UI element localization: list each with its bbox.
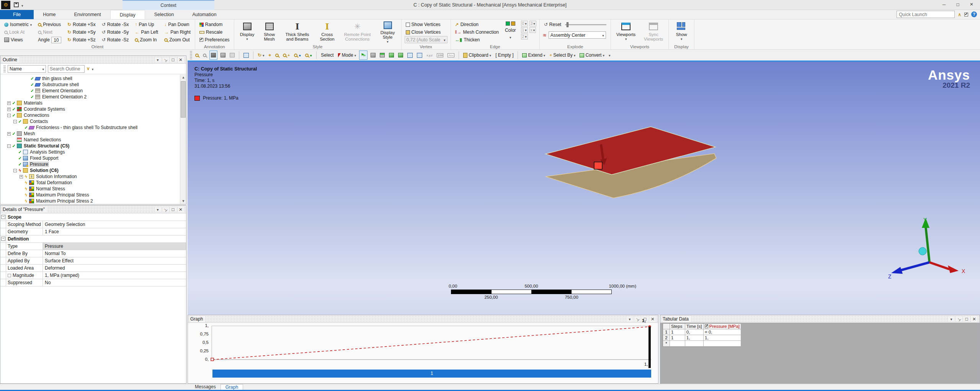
edge-filter-button[interactable] bbox=[379, 51, 386, 60]
tabular-panel-header[interactable]: Tabular Data bbox=[660, 315, 980, 323]
vertex-scale-combo[interactable]: 0,72 (Auto Scale bbox=[405, 36, 448, 43]
scroll-thumb[interactable] bbox=[181, 81, 186, 118]
filter-type-combo[interactable]: Name bbox=[8, 65, 46, 73]
edge-combo-3[interactable]: 3 bbox=[529, 21, 536, 26]
tree-item[interactable]: Maximum Principal Stress 2 bbox=[0, 198, 180, 204]
details-row[interactable]: Magnitude 1, MPa (ramped) bbox=[0, 272, 186, 279]
tree-expand-toggle[interactable]: + bbox=[7, 101, 11, 105]
rescale-annotation-button[interactable]: Rescale bbox=[198, 28, 231, 36]
display-style-button[interactable]: Display Style bbox=[377, 21, 398, 44]
maximize-icon[interactable] bbox=[964, 317, 970, 321]
col-pressure[interactable]: Pressure [MPa] bbox=[704, 324, 741, 329]
tree-item[interactable]: Pressure bbox=[0, 161, 180, 167]
label-filter-button[interactable] bbox=[359, 51, 368, 60]
close-button[interactable] bbox=[965, 0, 978, 10]
details-row-value[interactable]: Geometry Selection bbox=[43, 221, 186, 228]
tree-expand-toggle[interactable]: + bbox=[20, 175, 23, 178]
edge-color-gold-swatch[interactable] bbox=[511, 21, 515, 26]
isometric-button[interactable]: Isometric bbox=[3, 21, 33, 28]
angle-input[interactable]: 10 bbox=[51, 37, 61, 43]
tree-item[interactable]: + Mesh bbox=[0, 131, 180, 137]
next-view-button[interactable]: Next bbox=[37, 28, 62, 36]
details-row[interactable]: Scoping Method Geometry Selection bbox=[0, 221, 186, 228]
probe-pick-button[interactable]: 100 bbox=[436, 51, 444, 60]
minimize-button[interactable] bbox=[937, 0, 951, 10]
rotate-mode-button[interactable] bbox=[256, 51, 266, 60]
viewports-button[interactable]: Viewports bbox=[614, 21, 638, 44]
details-row[interactable]: Define By Normal To bbox=[0, 250, 186, 257]
chevron-down-icon[interactable] bbox=[92, 67, 94, 71]
tab-graph[interactable]: Graph bbox=[220, 384, 243, 390]
time-slider-bar[interactable] bbox=[648, 327, 651, 368]
tree-item[interactable]: Frictionless - thin glass shell To Subst… bbox=[0, 124, 180, 131]
tree-expand-toggle[interactable]: - bbox=[13, 169, 17, 172]
details-row-value[interactable]: Surface Effect bbox=[43, 257, 186, 264]
wireframe-button[interactable] bbox=[229, 51, 236, 60]
restore-button[interactable] bbox=[951, 0, 965, 10]
tree-item[interactable]: thin glass shell bbox=[0, 75, 180, 82]
element-filter-button[interactable] bbox=[416, 51, 423, 60]
scroll-up-icon[interactable]: ▲ bbox=[180, 75, 186, 80]
close-vertices-button[interactable]: Close Vertices bbox=[405, 28, 448, 36]
coordinate-pick-button[interactable]: x,y,z bbox=[425, 51, 434, 60]
details-row[interactable]: Loaded Area Deformed bbox=[0, 265, 186, 272]
tree-expand-toggle[interactable]: - bbox=[7, 114, 11, 117]
show-mesh-button[interactable]: Show Mesh bbox=[261, 21, 278, 44]
node-filter-button[interactable] bbox=[406, 51, 414, 60]
zoom-redo-button[interactable] bbox=[202, 51, 207, 60]
pan-left-button[interactable]: Pan Left bbox=[134, 28, 159, 36]
explode-slider[interactable] bbox=[565, 24, 606, 25]
tree-item[interactable]: - Static Structural (C5) bbox=[0, 143, 180, 149]
tree-expand-toggle[interactable]: - bbox=[13, 120, 17, 123]
close-icon[interactable] bbox=[178, 57, 184, 62]
show-display-button[interactable]: Show bbox=[672, 21, 691, 44]
tab-automation[interactable]: Automation bbox=[183, 10, 225, 19]
shaded-exterior-edges-button[interactable] bbox=[209, 51, 217, 60]
tab-display[interactable]: Display bbox=[110, 10, 145, 19]
annotation-preferences-button[interactable]: Preferences bbox=[198, 36, 231, 44]
tab-selection[interactable]: Selection bbox=[145, 10, 183, 19]
outline-scrollbar[interactable]: ▲ ▼ bbox=[180, 75, 186, 204]
details-row[interactable]: Suppressed No bbox=[0, 279, 186, 286]
cross-section-button[interactable]: ICross Section bbox=[317, 21, 338, 44]
rotate-minus-sy-button[interactable]: Rotate -Sy bbox=[101, 28, 130, 36]
triad[interactable]: Y Z X bbox=[888, 215, 972, 284]
panel-menu-icon[interactable] bbox=[948, 317, 954, 321]
pin-icon[interactable] bbox=[162, 207, 168, 212]
annotation-pick-button[interactable]: Abc bbox=[446, 51, 456, 60]
tree-item[interactable]: Element Orientation 2 bbox=[0, 94, 180, 100]
edge-combo-x[interactable]: x bbox=[529, 27, 536, 33]
close-icon[interactable] bbox=[178, 206, 184, 212]
panel-menu-icon[interactable] bbox=[155, 57, 161, 62]
pan-mode-button[interactable]: ⌖ bbox=[268, 51, 273, 60]
tree-item[interactable]: Total Deformation bbox=[0, 180, 180, 186]
views-button[interactable]: Views bbox=[3, 36, 33, 44]
pressure-column-checkbox[interactable] bbox=[705, 324, 708, 328]
tab-messages[interactable]: Messages bbox=[190, 384, 220, 390]
steps-cell[interactable] bbox=[670, 341, 685, 347]
zoom-mode-button[interactable] bbox=[274, 51, 280, 60]
pin-icon[interactable] bbox=[956, 317, 962, 321]
tree-item[interactable]: Maximum Principal Stress bbox=[0, 192, 180, 198]
extend-button[interactable]: Extend bbox=[521, 51, 546, 60]
maximize-icon[interactable] bbox=[170, 207, 176, 212]
explode-slider-thumb[interactable] bbox=[567, 22, 568, 27]
zoom-undo-button[interactable] bbox=[194, 51, 200, 60]
tree-expand-toggle[interactable]: + bbox=[7, 108, 11, 111]
zoom-in-button[interactable]: Zoom In bbox=[134, 36, 159, 44]
vertex-filter-button[interactable] bbox=[369, 51, 377, 60]
rotate-minus-sx-button[interactable]: Rotate -Sx bbox=[101, 21, 130, 28]
filter-grip[interactable] bbox=[3, 65, 6, 72]
show-mesh-toggle-button[interactable] bbox=[242, 51, 250, 60]
expand-search-icon[interactable] bbox=[87, 67, 90, 71]
thick-shells-beams-button[interactable]: IThick Shells and Beams bbox=[282, 21, 313, 44]
select-by-button[interactable]: ⌖Select By bbox=[548, 51, 577, 60]
tree-item[interactable]: Substructure shell bbox=[0, 82, 180, 88]
pan-right-button[interactable]: Pan Right bbox=[163, 28, 192, 36]
tree-item[interactable]: Normal Stress bbox=[0, 186, 180, 192]
body-filter-button[interactable] bbox=[397, 51, 404, 60]
triad-origin-sphere[interactable] bbox=[919, 247, 926, 255]
rotate-plus-sz-button[interactable]: Rotate +Sz bbox=[66, 36, 97, 44]
tab-home[interactable]: Home bbox=[34, 10, 65, 19]
details-row-value[interactable]: Normal To bbox=[43, 250, 186, 257]
